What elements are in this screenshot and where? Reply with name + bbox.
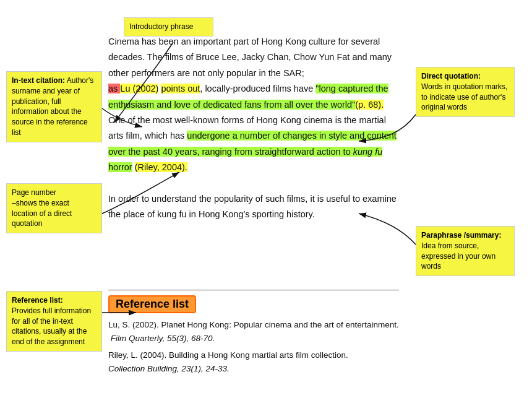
in-text-citation-label: In-text citation: — [12, 76, 65, 85]
direct-quotation-body: Words in quotation marks, to indicate us… — [421, 82, 507, 112]
reference-list-label: Reference list: — [12, 296, 63, 305]
direct-quotation-annotation: Direct quotation: Words in quotation mar… — [416, 67, 515, 117]
in-text-citation-body: Author's surname and year of publication… — [12, 76, 93, 137]
page-number: (p. 68). — [355, 100, 384, 110]
reference-list-annotation: Reference list: Provides full informatio… — [6, 291, 102, 352]
page-number-annotation: Page number–shows the exact location of … — [6, 183, 102, 233]
main-paragraph1: Cinema has been an important part of Hon… — [108, 37, 392, 78]
introductory-as: as — [108, 84, 120, 93]
paraphrase-label: Paraphrase /summary: — [421, 231, 501, 240]
main-text-area: Cinema has been an important part of Hon… — [108, 34, 399, 223]
direct-quotation-label: Direct quotation: — [421, 72, 481, 80]
reference-1-italic: Film Quarterly, 55(3), 68-70. — [111, 334, 215, 343]
author-citation: Lu (2002) — [120, 84, 158, 93]
paraphrase-body: Idea from source, expressed in your own … — [421, 241, 496, 271]
reference-title: Reference list — [108, 295, 196, 313]
introductory-phrase-label: Introductory phrase — [129, 22, 193, 31]
reference-entry-2: Riley, L. (2004). Building a Hong Kong m… — [108, 349, 399, 375]
reference-list-body: Provides full information for all of the… — [12, 306, 91, 346]
riley-citation: (Riley, 2004). — [135, 162, 187, 172]
paraphrase-annotation: Paraphrase /summary: Idea from source, e… — [416, 226, 515, 276]
reference-divider — [108, 290, 399, 290]
reference-section: Reference list Lu, S. (2002). Planet Hon… — [108, 290, 399, 379]
reference-entry-1: Lu, S. (2002). Planet Hong Kong: Popular… — [108, 318, 399, 345]
in-text-citation-annotation: In-text citation: Author's surname and y… — [6, 71, 102, 142]
paragraph3: In order to understand the popularity of… — [108, 194, 397, 219]
points-out: points out — [161, 84, 200, 93]
page-number-body: Page number–shows the exact location of … — [12, 188, 72, 228]
comma-space: , locally-produced films have — [200, 84, 315, 93]
reference-2-italic: Collection Building, 23(1), 24-33. — [108, 364, 230, 373]
